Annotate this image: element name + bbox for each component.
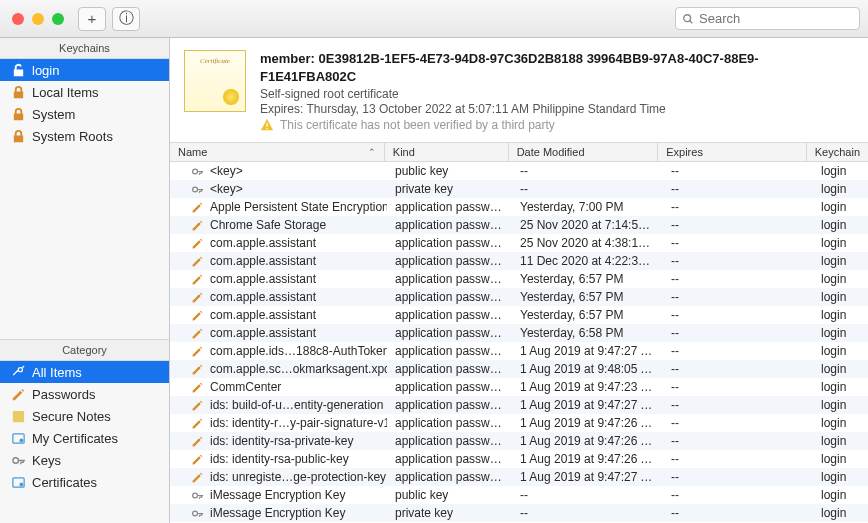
cert-icon	[10, 474, 26, 490]
row-date: --	[512, 487, 663, 503]
minimize-window-button[interactable]	[32, 13, 44, 25]
info-button[interactable]: ⓘ	[112, 7, 140, 31]
table-row[interactable]: <key>private key----login	[170, 180, 868, 198]
row-date: 1 Aug 2019 at 9:47:27 AM	[512, 343, 663, 359]
row-date: Yesterday, 6:58 PM	[512, 325, 663, 341]
category-item-keys[interactable]: Keys	[0, 449, 169, 471]
row-expires: --	[663, 289, 813, 305]
row-kind: application password	[387, 451, 512, 467]
row-kind: private key	[387, 181, 512, 197]
row-date: 1 Aug 2019 at 9:48:05 AM	[512, 361, 663, 377]
table-row[interactable]: com.apple.assistantapplication passwordY…	[170, 288, 868, 306]
table-row[interactable]: com.apple.assistantapplication passwordY…	[170, 306, 868, 324]
table-row[interactable]: com.apple.ids…188c8-AuthTokenapplication…	[170, 342, 868, 360]
search-field[interactable]	[675, 7, 860, 30]
row-name: com.apple.sc…okmarksagent.xpc	[210, 362, 387, 376]
sidebar-item-label: My Certificates	[32, 431, 118, 446]
sidebar-item-label: Local Items	[32, 85, 98, 100]
row-name: com.apple.ids…188c8-AuthToken	[210, 344, 387, 358]
close-window-button[interactable]	[12, 13, 24, 25]
row-expires: --	[663, 271, 813, 287]
category-item-secure-notes[interactable]: Secure Notes	[0, 405, 169, 427]
table-row[interactable]: ids: identity-rsa-private-keyapplication…	[170, 432, 868, 450]
category-item-certificates[interactable]: Certificates	[0, 471, 169, 493]
row-date: 1 Aug 2019 at 9:47:26 AM	[512, 451, 663, 467]
table-row[interactable]: iMessage Encryption Keyprivate key----lo…	[170, 504, 868, 522]
row-name: com.apple.assistant	[210, 326, 316, 340]
row-kind: application password	[387, 289, 512, 305]
search-input[interactable]	[699, 11, 853, 26]
sidebar-item-label: login	[32, 63, 59, 78]
row-expires: --	[663, 397, 813, 413]
row-keychain: login	[813, 289, 868, 305]
table-row[interactable]: Chrome Safe Storageapplication password2…	[170, 216, 868, 234]
category-item-my-certificates[interactable]: My Certificates	[0, 427, 169, 449]
plus-icon: +	[88, 10, 97, 27]
certificate-warning-text: This certificate has not been verified b…	[280, 118, 555, 132]
table-body[interactable]: <key>public key----login<key>private key…	[170, 162, 868, 523]
row-kind: application password	[387, 307, 512, 323]
row-name: ids: unregiste…ge-protection-key	[210, 470, 386, 484]
certificate-subtitle: Self-signed root certificate	[260, 87, 854, 101]
row-kind: private key	[387, 505, 512, 521]
column-kind[interactable]: Kind	[385, 143, 509, 161]
table-row[interactable]: com.apple.assistantapplication password1…	[170, 252, 868, 270]
row-name: <key>	[210, 164, 243, 178]
table-row[interactable]: Apple Persistent State Encryptionapplica…	[170, 198, 868, 216]
keychain-item-system-roots[interactable]: System Roots	[0, 125, 169, 147]
table-row[interactable]: <key>public key----login	[170, 162, 868, 180]
pencil-icon	[190, 218, 204, 232]
table-row[interactable]: com.apple.assistantapplication passwordY…	[170, 324, 868, 342]
row-date: --	[512, 505, 663, 521]
row-name: Apple Persistent State Encryption	[210, 200, 387, 214]
sidebar-item-label: System Roots	[32, 129, 113, 144]
add-button[interactable]: +	[78, 7, 106, 31]
row-kind: application password	[387, 469, 512, 485]
table-row[interactable]: ids: unregiste…ge-protection-keyapplicat…	[170, 468, 868, 486]
sidebar-item-label: Secure Notes	[32, 409, 111, 424]
table-row[interactable]: ids: identity-rsa-public-keyapplication …	[170, 450, 868, 468]
lock-icon	[10, 128, 26, 144]
keychain-item-login[interactable]: login	[0, 59, 169, 81]
table-row[interactable]: CommCenterapplication password1 Aug 2019…	[170, 378, 868, 396]
row-name: com.apple.assistant	[210, 308, 316, 322]
keychain-item-local-items[interactable]: Local Items	[0, 81, 169, 103]
lock-icon	[10, 106, 26, 122]
table-row[interactable]: com.apple.assistantapplication password2…	[170, 234, 868, 252]
row-name: Chrome Safe Storage	[210, 218, 326, 232]
cert-icon	[10, 430, 26, 446]
category-item-passwords[interactable]: Passwords	[0, 383, 169, 405]
pencil-icon	[190, 452, 204, 466]
pencil-icon	[190, 398, 204, 412]
table-row[interactable]: iMessage Encryption Keypublic key----log…	[170, 486, 868, 504]
table-row[interactable]: ids: build-of-u…entity-generationapplica…	[170, 396, 868, 414]
table-row[interactable]: com.apple.sc…okmarksagent.xpcapplication…	[170, 360, 868, 378]
category-item-all-items[interactable]: All Items	[0, 361, 169, 383]
category-header: Category	[0, 339, 169, 361]
column-expires[interactable]: Expires	[658, 143, 807, 161]
keychain-item-system[interactable]: System	[0, 103, 169, 125]
pencil-icon	[190, 236, 204, 250]
row-name: com.apple.assistant	[210, 290, 316, 304]
certificate-detail-pane: member: 0E39812B-1EF5-4E73-94D8-97C36D2B…	[170, 38, 868, 143]
table-row[interactable]: com.apple.assistantapplication passwordY…	[170, 270, 868, 288]
sidebar-item-label: Keys	[32, 453, 61, 468]
row-expires: --	[663, 253, 813, 269]
column-keychain[interactable]: Keychain	[807, 143, 868, 161]
row-kind: application password	[387, 253, 512, 269]
maximize-window-button[interactable]	[52, 13, 64, 25]
table-row[interactable]: ids: identity-r…y-pair-signature-v1appli…	[170, 414, 868, 432]
row-expires: --	[663, 217, 813, 233]
key-icon	[190, 506, 204, 520]
row-expires: --	[663, 343, 813, 359]
row-expires: --	[663, 469, 813, 485]
row-kind: application password	[387, 433, 512, 449]
row-kind: application password	[387, 361, 512, 377]
column-name[interactable]: Name⌃	[170, 143, 385, 161]
sidebar-item-label: System	[32, 107, 75, 122]
column-date[interactable]: Date Modified	[509, 143, 659, 161]
keychains-header: Keychains	[0, 38, 169, 59]
row-date: 1 Aug 2019 at 9:47:26 AM	[512, 433, 663, 449]
pencil-icon	[190, 470, 204, 484]
row-kind: application password	[387, 415, 512, 431]
